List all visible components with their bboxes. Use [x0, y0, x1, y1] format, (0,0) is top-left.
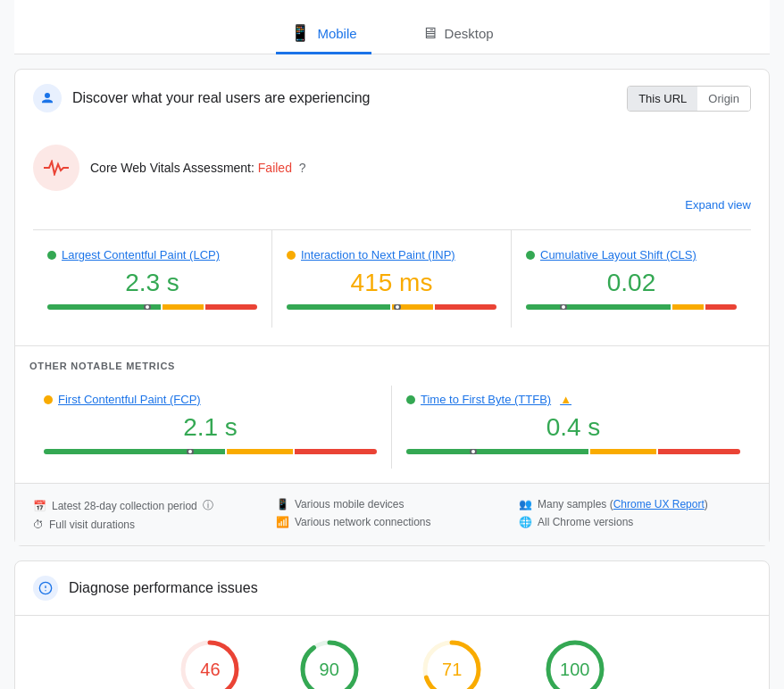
performance-score: 46	[200, 660, 220, 680]
this-url-button[interactable]: This URL	[628, 87, 697, 111]
score-performance: 46 Performance	[177, 637, 243, 689]
footer-info: 📅 Latest 28-day collection period ⓘ ⏱ Fu…	[15, 483, 769, 545]
footer-mobile-devices: 📱 Various mobile devices	[276, 498, 508, 511]
cwv-icon	[33, 145, 79, 191]
tab-mobile-label: Mobile	[317, 26, 356, 41]
lcp-label[interactable]: Largest Contentful Paint (LCP)	[47, 248, 257, 261]
real-users-title-text: Discover what your real users are experi…	[72, 90, 370, 106]
other-metrics-label: OTHER NOTABLE METRICS	[29, 361, 755, 371]
lcp-bar	[47, 304, 257, 310]
footer-samples: 👥 Many samples (Chrome UX Report)	[519, 498, 751, 511]
lcp-value: 2.3 s	[47, 269, 257, 297]
tab-mobile[interactable]: 📱 Mobile	[276, 14, 371, 54]
origin-button[interactable]: Origin	[697, 87, 750, 111]
cls-dot	[526, 251, 535, 260]
metric-inp: Interaction to Next Paint (INP) 415 ms	[272, 230, 512, 328]
score-accessibility: 90 Accessibility	[297, 637, 362, 689]
real-users-section: Discover what your real users are experi…	[14, 69, 770, 546]
ttfb-bar	[406, 449, 740, 454]
inp-value: 415 ms	[287, 269, 496, 297]
ttfb-marker	[470, 449, 477, 454]
accessibility-score: 90	[320, 660, 339, 680]
real-users-header: Discover what your real users are experi…	[15, 70, 769, 127]
metric-ttfb: Time to First Byte (TTFB) ▲ 0.4 s	[392, 386, 755, 469]
mobile-icon: 📱	[290, 23, 310, 43]
avatar	[33, 84, 62, 112]
cwv-title: Core Web Vitals Assessment: Failed ?	[90, 161, 306, 175]
users-icon: 👥	[519, 498, 532, 511]
footer-collection-period: 📅 Latest 28-day collection period ⓘ	[33, 498, 265, 513]
seo-score: 100	[560, 660, 589, 680]
fcp-label[interactable]: First Contentful Paint (FCP)	[44, 393, 377, 406]
ttfb-value: 0.4 s	[406, 413, 740, 442]
fcp-dot	[44, 395, 53, 404]
inp-dot	[287, 251, 296, 260]
footer-chrome-versions: 🌐 All Chrome versions	[519, 516, 751, 528]
lcp-dot	[47, 251, 56, 260]
inp-marker	[394, 304, 401, 310]
inp-label[interactable]: Interaction to Next Paint (INP)	[287, 248, 496, 261]
ttfb-warning-icon: ▲	[560, 393, 571, 406]
cls-label[interactable]: Cumulative Layout Shift (CLS)	[526, 248, 737, 261]
cls-value: 0.02	[526, 269, 737, 297]
diagnose-title: Diagnose performance issues	[69, 580, 258, 596]
ttfb-label[interactable]: Time to First Byte (TTFB) ▲	[406, 393, 740, 406]
best-practices-score: 71	[442, 660, 462, 680]
cwv-status: Failed	[258, 161, 292, 175]
tab-desktop[interactable]: 🖥 Desktop	[407, 14, 508, 54]
svg-point-0	[45, 93, 50, 98]
diagnose-header: Diagnose performance issues	[15, 561, 769, 616]
cwv-header: Core Web Vitals Assessment: Failed ?	[33, 145, 751, 191]
tab-bar: 📱 Mobile 🖥 Desktop	[14, 0, 770, 54]
metrics-grid: Largest Contentful Paint (LCP) 2.3 s Int…	[33, 229, 751, 328]
metric-cls: Cumulative Layout Shift (CLS) 0.02	[512, 230, 751, 328]
fcp-bar	[44, 449, 377, 454]
footer-visit-durations: ⏱ Full visit durations	[33, 519, 265, 531]
chrome-ux-link[interactable]: Chrome UX Report	[613, 498, 705, 511]
footer-network: 📶 Various network connections	[276, 516, 508, 528]
lcp-marker	[144, 304, 151, 310]
calendar-icon: 📅	[33, 500, 46, 512]
network-icon: 📶	[276, 516, 289, 528]
score-seo: 100 SEO	[543, 637, 607, 689]
cls-marker	[560, 304, 567, 310]
desktop-icon: 🖥	[421, 24, 438, 43]
metric-lcp: Largest Contentful Paint (LCP) 2.3 s	[33, 230, 272, 328]
diagnose-avatar	[33, 576, 58, 601]
url-toggle: This URL Origin	[627, 86, 751, 112]
footer-col-2: 📱 Various mobile devices 📶 Various netwo…	[276, 498, 508, 531]
fcp-marker	[187, 449, 194, 454]
cwv-help-icon[interactable]: ?	[299, 161, 306, 175]
performance-circle: 46	[178, 637, 242, 689]
fcp-value: 2.1 s	[44, 413, 377, 442]
footer-col-3: 👥 Many samples (Chrome UX Report) 🌐 All …	[519, 498, 751, 531]
footer-col-1: 📅 Latest 28-day collection period ⓘ ⏱ Fu…	[33, 498, 265, 531]
scores-row: 46 Performance 90 Accessibility	[15, 616, 769, 689]
info-icon[interactable]: ⓘ	[203, 498, 213, 513]
metric-fcp: First Contentful Paint (FCP) 2.1 s	[29, 386, 392, 469]
accessibility-circle: 90	[297, 637, 362, 689]
best-practices-circle: 71	[420, 637, 484, 689]
mobile-devices-icon: 📱	[276, 498, 289, 511]
clock-icon: ⏱	[33, 519, 44, 531]
tab-desktop-label: Desktop	[445, 26, 494, 41]
other-metrics: OTHER NOTABLE METRICS First Contentful P…	[15, 345, 769, 483]
cwv-box: Core Web Vitals Assessment: Failed ? Exp…	[15, 127, 769, 345]
real-users-title: Discover what your real users are experi…	[33, 84, 370, 112]
cls-bar	[526, 304, 737, 310]
inp-bar	[287, 304, 496, 310]
ttfb-dot	[406, 395, 415, 404]
score-best-practices: 71 Best Practices	[415, 637, 489, 689]
seo-circle: 100	[543, 637, 607, 689]
diagnose-section: Diagnose performance issues 46 Performan…	[14, 560, 770, 689]
other-metrics-grid: First Contentful Paint (FCP) 2.1 s Time …	[29, 386, 755, 469]
chrome-icon: 🌐	[519, 516, 532, 528]
expand-link[interactable]: Expand view	[33, 198, 751, 212]
